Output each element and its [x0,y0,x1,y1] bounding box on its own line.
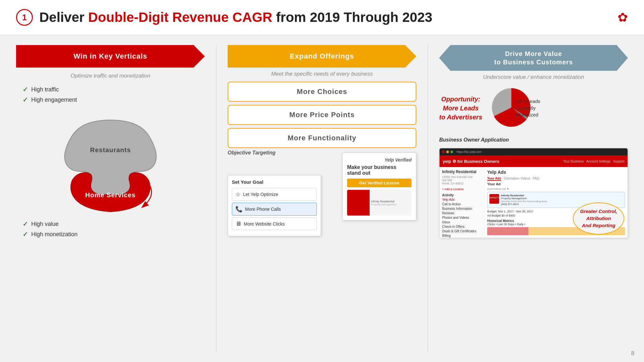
svg-text:Home Services: Home Services [85,191,136,199]
win-verticals-banner: Win in Key Verticals [16,45,205,68]
check-high-value: ✓ High value [23,220,205,228]
svg-text:Restaurants: Restaurants [90,146,131,153]
ad-thumbnail: INFINITY [489,194,499,204]
biz-card-content: Infinity Residential Property Management [370,199,412,207]
check-label-2: High engagement [31,97,77,103]
biz-sidebar-link[interactable]: + Add a Location [442,188,482,191]
nav-account-settings: Account Settings [586,160,611,163]
menu-inbox: Inbox [442,220,482,224]
col-expand-offerings: Expand Offerings Meet the specific needs… [228,45,416,352]
biz-app-nav: yelp ⚙ for Business Owners Your Business… [440,155,628,167]
top-checks: ✓ High traffic ✓ High engagement [16,86,205,104]
check-label-3: High value [31,221,59,227]
biz-card-red-section [347,190,370,216]
col3-subtitle: Underscore value / enhance monetization [439,74,628,80]
divider-2 [428,45,428,352]
offering-more-functionality: More Functionality [228,128,416,148]
win-verticals-label: Win in Key Verticals [74,52,147,60]
menu-reviews: Reviews [442,211,482,215]
targeting-label: Objective Targeting [228,150,276,156]
menu-photos: Photos and Videos [442,216,482,219]
menu-check-in: Check-in Offers [442,225,482,228]
url-bar: https://biz.yelp.com [457,150,481,153]
menu-activity: Activity [442,193,482,197]
dot-red [442,151,445,153]
divider-1 [216,45,216,352]
biz-sidebar-menu: Activity Yelp Ads Call to Action Busines… [442,193,482,238]
yelp-logo-icon: ✿ [618,10,628,24]
dot-green [450,151,453,153]
opportunity-row: Opportunity: More Leads to Advertisers 1… [439,85,628,131]
title-part1: Deliver [39,10,88,25]
monitor-icon: 🖥 [235,220,241,227]
targeting-verified-area: Objective Targeting Set Your Goal ☆ Let … [228,153,416,236]
col-win-verticals: Win in Key Verticals Optimize traffic an… [16,45,205,352]
puzzle-diagram: Restaurants Home Services [16,109,205,215]
menu-yelp-ads[interactable]: Yelp Ads [442,198,482,201]
control-bubble: Greater Control,AttributionAnd Reporting [573,202,624,235]
drive-value-banner: Drive More Value to Business Customers [439,45,628,71]
check-label-1: High traffic [31,86,59,93]
verified-box: Yelp Verified Make your business stand o… [342,153,416,220]
ad-text-content: Infinity Residential Property Management… [501,194,547,206]
offering-more-choices: More Choices [228,82,416,102]
star-icon: ☆ [235,191,241,198]
menu-call-to-action: Call to Action [442,202,482,206]
verified-label: Yelp Verified [347,157,412,162]
target-option-label-3: More Website Clicks [244,221,285,227]
check-icon-1: ✓ [23,86,28,93]
nav-items: Your Business Account Settings Support [563,160,624,163]
biz-card-mockup: Infinity Residential Property Management [347,190,412,216]
biz-sidebar: Infinity Residential 15302 Von Karman Av… [440,167,485,238]
biz-app-label: Business Owner Application [439,137,628,143]
page-number: 8 [631,350,634,357]
col2-subtitle: Meet the specific needs of every busines… [228,71,416,77]
ad-category: Property Management [501,197,547,200]
title-red: Double-Digit Revenue CAGR [88,10,272,25]
check-high-engagement: ✓ High engagement [23,96,205,104]
target-option-optimize[interactable]: ☆ Let Yelp Optimize [232,188,317,201]
menu-biz-info: Business Information [442,207,482,210]
main-content: Win in Key Verticals Optimize traffic an… [0,35,644,362]
target-option-label-2: More Phone Calls [245,207,281,212]
expand-offerings-label: Expand Offerings [290,52,354,60]
your-ad-label: Your Ad [487,182,625,186]
check-high-traffic: ✓ High traffic [23,86,205,93]
check-icon-2: ✓ [23,96,28,104]
pie-label: 10% LeadsCurrentlyMonetized [516,98,540,118]
nav-your-business: Your Business [563,160,584,163]
check-label-4: High monetization [31,231,78,238]
biz-app-bar: https://biz.yelp.com [440,148,628,155]
get-verified-button[interactable]: Get Verified License [347,179,412,187]
control-text: Greater Control,AttributionAnd Reporting [580,208,617,229]
check-icon-3: ✓ [23,220,28,228]
target-option-phone[interactable]: 📞 More Phone Calls [232,203,317,216]
menu-billing: Billing [442,234,482,237]
check-high-monetization: ✓ High monetization [23,230,205,238]
ad-description: Serving Irvine and the Surrounding Area [501,200,547,203]
phone-icon: 📞 [235,206,242,213]
targeting-box-title: Set Your Goal [232,179,317,185]
opportunity-text: Opportunity: More Leads to Advertisers [439,95,482,122]
puzzle-svg: Restaurants Home Services [56,110,165,213]
title-part2: from 2019 Through 2023 [272,10,432,25]
biz-app-mockup: https://biz.yelp.com yelp ⚙ for Business… [439,148,628,238]
col1-subtitle: Optimize traffic and monetization [16,73,205,79]
biz-sidebar-address: 15302 Von Karman AveSte 500Irvine, CA 92… [442,175,482,185]
ad-commerce-label: Commerce Ad ▼ [487,187,625,190]
dot-yellow [446,151,449,153]
biz-sidebar-title: Infinity Residential [442,170,482,174]
header: 1 Deliver Double-Digit Revenue CAGR from… [0,0,644,35]
tab-faq[interactable]: FAQ [533,177,539,181]
tab-your-ads[interactable]: Your Ads [487,177,501,181]
ad-company-name: Infinity Residential [501,194,547,197]
target-option-website[interactable]: 🖥 More Website Clicks [232,218,317,230]
expand-offerings-banner: Expand Offerings [228,45,416,68]
bottom-checks: ✓ High value ✓ High monetization [16,220,205,238]
tabs-row: Your Ads Orientation Videos FAQ [487,177,625,181]
yelp-biz-logo: yelp ⚙ for Business Owners [443,159,499,164]
offering-more-price-points: More Price Points [228,105,416,125]
tab-orientation[interactable]: Orientation Videos [504,177,530,181]
target-option-label-1: Let Yelp Optimize [243,192,278,197]
pie-chart-area: 10% LeadsCurrentlyMonetized [486,85,537,131]
